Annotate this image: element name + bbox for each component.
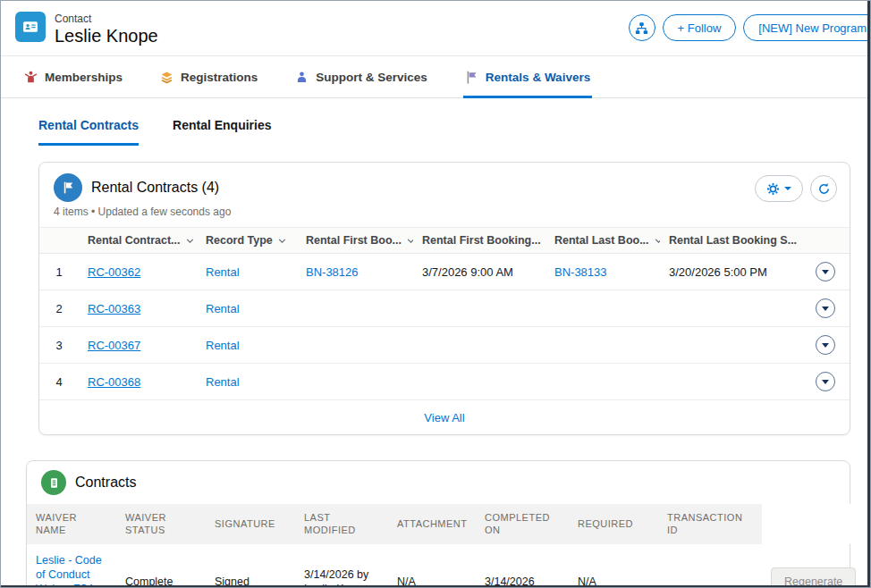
column-required: REQUIRED	[569, 504, 658, 544]
row-number: 3	[39, 327, 79, 364]
column-label: Rental First Boo...	[306, 234, 402, 247]
subtab-rental-enquiries[interactable]: Rental Enquiries	[173, 118, 271, 146]
registrations-icon	[160, 71, 173, 84]
subtab-rental-contracts[interactable]: Rental Contracts	[38, 118, 139, 146]
column-waiver-status: WAIVER STATUS	[116, 504, 206, 544]
column-signature: SIGNATURE	[206, 504, 295, 544]
column-record-type[interactable]: Record Type	[197, 228, 297, 254]
view-all-link[interactable]: View All	[424, 411, 464, 424]
first-booking-start-value	[413, 364, 545, 400]
rentals-subtabs: Rental Contracts Rental Enquiries	[38, 118, 870, 146]
subtab-label: Rental Enquiries	[173, 118, 271, 132]
column-waiver-name: WAIVER NAME	[27, 504, 116, 544]
first-booking-start-value	[413, 290, 545, 327]
window-edge-right	[867, 1, 870, 587]
rental-card-title: Rental Contracts (4)	[91, 180, 219, 196]
chevron-down-icon	[822, 270, 829, 274]
record-type-value: Rental	[206, 375, 240, 389]
column-rental-contract[interactable]: Rental Contract...	[79, 228, 197, 254]
new-program-label: [NEW] New Program	[758, 21, 867, 35]
contact-record-page: Contact Leslie Knope + Follow [NEW] New …	[0, 0, 871, 588]
chevron-down-icon	[407, 239, 413, 243]
column-label: Rental Contract...	[88, 234, 181, 247]
contracts-table-header-row: WAIVER NAME WAIVER STATUS SIGNATURE LAST…	[27, 504, 851, 544]
contact-entity-icon	[15, 12, 46, 42]
rental-contracts-card: Rental Contracts (4) 4 items • Updated a…	[38, 162, 850, 435]
last-booking-link[interactable]: BN-38133	[554, 265, 607, 279]
row-actions-button[interactable]	[816, 335, 835, 355]
row-number: 2	[39, 290, 79, 327]
chevron-down-icon	[278, 239, 286, 243]
record-type-value: Rental	[206, 339, 240, 352]
column-transaction-id: TRANSACTION ID	[658, 504, 762, 544]
first-booking-start-value: 3/7/2026 9:00 AM	[413, 254, 545, 290]
table-row: 3 RC-00367 Rental	[39, 327, 850, 364]
rental-contract-link[interactable]: RC-00362	[88, 265, 140, 279]
rental-contract-link[interactable]: RC-00367	[88, 339, 140, 352]
required-value: N/A	[569, 544, 658, 588]
table-row: Leslie - Code of Conduct Waiver FSA Pare…	[27, 544, 851, 588]
table-row: 2 RC-00363 Rental	[39, 290, 850, 327]
follow-button[interactable]: + Follow	[663, 14, 737, 41]
column-actions	[801, 228, 850, 254]
rental-card-actions	[755, 175, 837, 202]
column-rental-first-booking[interactable]: Rental First Boo...	[297, 228, 413, 254]
contracts-icon	[41, 470, 66, 495]
column-row-number	[39, 228, 79, 254]
column-completed-on: COMPLETED ON	[476, 504, 569, 544]
first-booking-link[interactable]: BN-38126	[306, 265, 359, 279]
signature-value: Signed	[206, 544, 295, 588]
record-identity: Contact Leslie Knope	[15, 12, 158, 46]
tab-support-services[interactable]: Support & Services	[295, 56, 427, 97]
row-actions-button[interactable]	[816, 298, 835, 318]
record-tabs: Memberships Registrations Support & Serv…	[1, 55, 870, 98]
tab-rentals-waivers[interactable]: Rentals & Waivers	[465, 56, 590, 97]
subtab-label: Rental Contracts	[38, 118, 139, 132]
column-label: Rental First Booking...	[422, 234, 541, 247]
last-booking-start-value	[660, 290, 801, 327]
hierarchy-button[interactable]	[629, 14, 655, 41]
rental-card-header: Rental Contracts (4) 4 items • Updated a…	[39, 163, 850, 227]
follow-label: + Follow	[678, 21, 722, 35]
column-rental-first-booking-start[interactable]: Rental First Booking...	[413, 228, 545, 254]
completed-on-value: 3/14/2026	[476, 544, 569, 588]
record-header: Contact Leslie Knope + Follow [NEW] New …	[1, 1, 870, 55]
last-booking-start-value	[660, 364, 801, 400]
waiver-name-link[interactable]: Leslie - Code of Conduct Waiver FSA Pare…	[36, 553, 107, 588]
first-booking-start-value	[413, 327, 545, 364]
column-label: Rental Last Boo...	[554, 234, 649, 247]
column-label: Record Type	[206, 234, 273, 247]
refresh-icon	[817, 182, 831, 196]
column-rental-last-booking-start[interactable]: Rental Last Booking S...	[660, 228, 801, 254]
tab-registrations[interactable]: Registrations	[160, 56, 258, 97]
contracts-card: Contracts WAIVER NAME WAIVER STATUS SIGN…	[26, 460, 850, 588]
chevron-down-icon	[784, 187, 791, 190]
contracts-table: WAIVER NAME WAIVER STATUS SIGNATURE LAST…	[27, 504, 851, 588]
memberships-icon	[24, 71, 38, 84]
chevron-down-icon	[822, 307, 829, 311]
gear-icon	[766, 182, 780, 196]
row-actions-button[interactable]	[816, 262, 835, 281]
rental-contracts-icon	[54, 173, 82, 202]
chevron-down-icon	[186, 239, 194, 243]
column-label: Rental Last Booking S...	[669, 234, 797, 247]
new-program-button[interactable]: [NEW] New Program	[743, 14, 871, 41]
record-type-value: Rental	[206, 302, 240, 315]
rental-contract-link[interactable]: RC-00368	[88, 375, 140, 389]
refresh-button[interactable]	[810, 175, 837, 202]
waiver-status-value: Complete	[116, 544, 206, 588]
rental-contract-link[interactable]: RC-00363	[88, 302, 140, 315]
tab-label: Registrations	[181, 71, 258, 84]
row-actions-button[interactable]	[816, 372, 835, 391]
record-type-value: Rental	[206, 265, 240, 279]
tab-memberships[interactable]: Memberships	[24, 56, 123, 97]
column-attachment: ATTACHMENT	[388, 504, 476, 544]
row-number: 4	[39, 364, 79, 400]
column-actions	[762, 504, 851, 544]
tab-label: Support & Services	[316, 71, 427, 84]
list-settings-button[interactable]	[755, 175, 803, 202]
column-rental-last-booking[interactable]: Rental Last Boo...	[545, 228, 660, 254]
table-row: 4 RC-00368 Rental	[39, 364, 850, 400]
rental-card-subtitle: 4 items • Updated a few seconds ago	[54, 206, 231, 218]
last-booking-start-value: 3/20/2026 5:00 PM	[660, 254, 801, 290]
